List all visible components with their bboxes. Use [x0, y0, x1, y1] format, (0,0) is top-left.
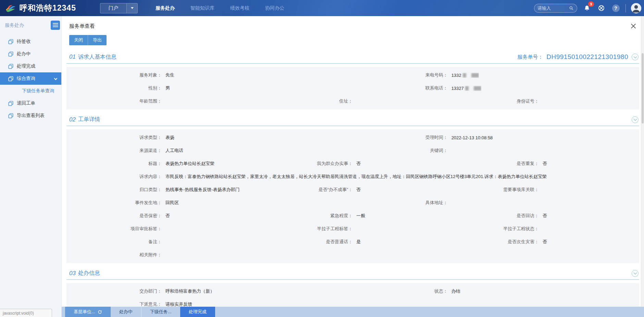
notifications-button[interactable]: 9 [582, 3, 592, 13]
field-value: 否 [165, 213, 170, 219]
field: 标题：表扬热力单位站长赵宝荣 [66, 161, 284, 167]
field: 关键词： [422, 148, 639, 154]
sidebar-item-3[interactable]: 处理完成 [0, 60, 61, 72]
field: 紧急程度：一般 [284, 213, 473, 219]
field-label: 来源渠道： [66, 148, 162, 154]
nav-item-1[interactable]: 服务处办 [156, 5, 175, 11]
field-row: 是否保密：否紧急程度：一般是否回访：否 [66, 209, 639, 222]
scrollbar-thumb[interactable] [642, 53, 644, 124]
sidebar-item-2[interactable]: 处办中 [0, 48, 61, 60]
field-area: 诉求类型：表扬受理时间：2022-12-13 10:08:58来源渠道：人工电话… [66, 129, 639, 263]
user-avatar[interactable] [631, 3, 641, 13]
close-button[interactable]: 关闭 [69, 35, 88, 45]
sidebar-item-label: 下级任务单查询 [22, 88, 54, 94]
field: 相关附件： [66, 252, 639, 258]
footer-tab-label: 处办中 [119, 309, 133, 315]
field-label: 具体地址： [422, 200, 448, 206]
nav-item-3[interactable]: 绩效考核 [230, 5, 249, 11]
field-value: 否 [543, 161, 547, 167]
app-logo: 呼和浩特12345 [0, 3, 100, 13]
section-title: 工单详情 [78, 116, 100, 123]
app-title: 呼和浩特12345 [20, 3, 76, 13]
field-row: 项目审批标签：半拉子工程标签：半拉子工程状态： [66, 222, 639, 235]
question-icon: ? [612, 4, 620, 12]
search-input[interactable] [537, 5, 569, 11]
sidebar-item-label: 处办中 [17, 51, 31, 57]
apps-button[interactable] [597, 3, 606, 13]
sidebar-item-label: 待签收 [17, 38, 31, 45]
field-value: 先生 [165, 72, 174, 78]
field-row: 诉求内容：市民反映：富泰热力钢铁路站站长赵宝荣，家里太冷，老太太独居，站长大冷天… [66, 170, 639, 183]
sidebar-item-6[interactable]: 退回工单 [0, 97, 61, 109]
field-label: 来电号码： [422, 72, 448, 78]
top-nav: 服务处办智能知识库绩效考核协同办公 [156, 5, 284, 11]
field-label: 联系电话： [422, 85, 448, 91]
section-02: 02工单详情诉求类型：表扬受理时间：2022-12-13 10:08:58来源渠… [62, 111, 644, 263]
sidebar-collapse-icon[interactable] [51, 21, 60, 30]
field: 住址： [284, 98, 473, 104]
section-header-right [632, 116, 639, 123]
field-row: 事件发生地：回民区具体地址： [66, 196, 639, 209]
section-collapse-icon[interactable] [632, 270, 639, 277]
chevron-down-icon [54, 77, 58, 80]
field-value: 男 [165, 85, 170, 91]
field-label: 是否重复： [473, 161, 539, 167]
sidebar-item-5[interactable]: 下级任务单查询 [0, 85, 61, 97]
field: 是否保密：否 [66, 213, 284, 219]
sidebar-header: 服务处办 [0, 16, 61, 34]
footer-tab-3[interactable]: 下级任务... [141, 307, 180, 317]
page-title: 服务单查看 [62, 16, 644, 31]
redaction-blur [465, 86, 469, 91]
refresh-icon [98, 310, 102, 314]
search-icon[interactable] [569, 6, 574, 11]
field: 来源渠道：人工电话 [66, 148, 422, 154]
field-label: 是否普通话： [284, 239, 352, 245]
nav-item-2[interactable]: 智能知识库 [190, 5, 214, 11]
copy-icon [8, 101, 13, 106]
footer-tab-4[interactable]: 处理完成 [180, 307, 215, 317]
export-button[interactable]: 导出 [88, 35, 107, 45]
field-label: 身份证号： [473, 98, 539, 104]
portal-menu-button[interactable]: 门户 [100, 3, 138, 13]
field: 半拉子工程状态： [473, 226, 639, 232]
field-label: 住址： [284, 98, 352, 104]
global-search[interactable] [534, 4, 577, 13]
field: 是否普通话：是 [284, 239, 473, 245]
vertical-scrollbar[interactable] [641, 16, 644, 307]
field: 诉求类型：表扬 [66, 134, 422, 141]
footer-tab-2[interactable]: 处办中 [111, 307, 141, 317]
nav-item-4[interactable]: 协同办公 [265, 5, 284, 11]
sidebar-item-label: 导出查看列表 [17, 113, 45, 119]
portal-dropdown-arrow[interactable] [126, 3, 137, 13]
footer-tab-1[interactable]: 基层单位... [65, 307, 111, 317]
section-collapse-icon[interactable] [632, 54, 639, 60]
field-value: 表扬热力单位站长赵宝荣 [165, 161, 214, 167]
section-header-right: 服务单号：DH9915010022121301980 [517, 53, 639, 61]
field: 我为群众办实事：否 [284, 161, 473, 167]
help-button[interactable]: ? [611, 3, 620, 13]
field: 是否回访：否 [473, 213, 639, 219]
field-label: 交办部门： [66, 288, 162, 294]
portal-button-label[interactable]: 门户 [100, 3, 126, 13]
sidebar-item-4[interactable]: 综合查询 [0, 72, 61, 85]
field-value: 回民区 [165, 200, 179, 206]
footer-tab-label: 下级任务... [150, 309, 172, 315]
field-label: 备注： [66, 239, 162, 245]
field-label: 是否次生灾害： [473, 239, 539, 245]
field-row: 来源渠道：人工电话关键词： [66, 144, 639, 157]
section-header-02: 02工单详情 [66, 111, 639, 126]
close-icon[interactable] [630, 23, 636, 29]
sidebar-item-label: 退回工单 [17, 100, 35, 106]
field-value: 是 [356, 239, 361, 245]
field: 诉求内容：市民反映：富泰热力钢铁路站站长赵宝荣，家里太冷，老太太独居，站长大冷天… [66, 174, 639, 180]
field: 状态：办结 [422, 288, 639, 294]
sidebar-item-7[interactable]: 导出查看列表 [0, 109, 61, 122]
field-row: 下派意见：请核实并反馈 [66, 298, 639, 307]
section-collapse-icon[interactable] [632, 116, 639, 123]
field: 备注： [66, 239, 284, 245]
sidebar-item-1[interactable]: 待签收 [0, 35, 61, 48]
section-header-right [632, 270, 639, 277]
field-value: 办结 [451, 288, 460, 294]
field: 半拉子工程标签： [284, 226, 473, 232]
field: 是否重复：否 [473, 161, 639, 167]
